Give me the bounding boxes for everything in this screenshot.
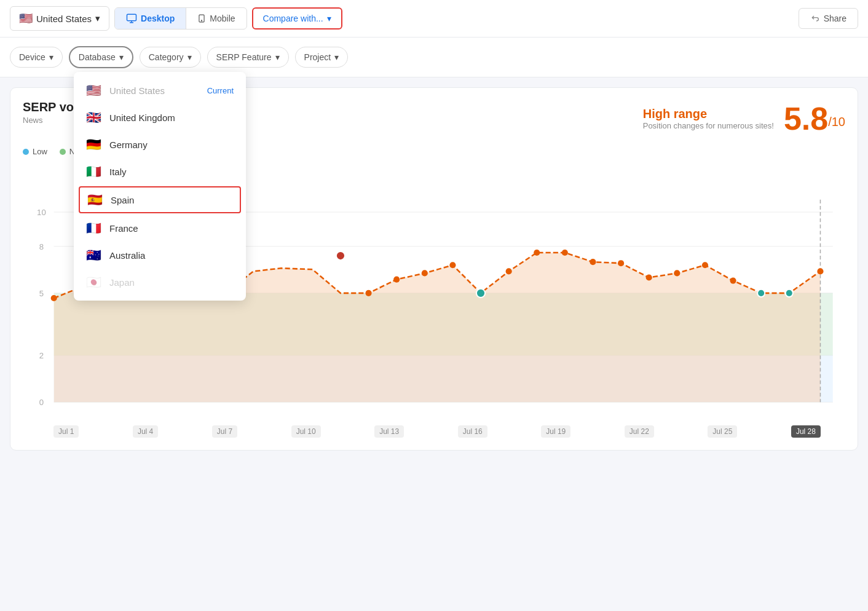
- svg-point-37: [702, 262, 708, 268]
- chart-score-denom: /10: [828, 115, 845, 128]
- svg-rect-0: [127, 14, 136, 21]
- svg-point-44: [757, 290, 765, 297]
- chevron-down-icon: ▾: [49, 52, 53, 62]
- svg-point-25: [366, 290, 372, 296]
- svg-point-18: [51, 295, 57, 301]
- svg-point-26: [393, 276, 400, 282]
- us-flag: 🇺🇸: [86, 83, 102, 98]
- x-label-jul19: Jul 19: [541, 425, 570, 438]
- desktop-icon: [126, 13, 137, 24]
- svg-point-2: [202, 20, 202, 21]
- dropdown-item-jp[interactable]: 🇯🇵 Japan: [74, 269, 246, 296]
- x-label-jul4: Jul 4: [133, 425, 158, 438]
- chevron-down-icon: ▾: [275, 52, 280, 62]
- chevron-down-icon: ▾: [187, 52, 192, 62]
- legend-dot-normal: [60, 149, 66, 155]
- au-country-label: Australia: [109, 250, 145, 261]
- database-filter[interactable]: Database ▾: [69, 46, 133, 68]
- uk-flag: 🇬🇧: [86, 110, 102, 125]
- svg-point-34: [618, 260, 624, 266]
- device-group: Desktop Mobile: [114, 7, 247, 30]
- database-filter-label: Database: [79, 52, 116, 62]
- svg-point-36: [674, 270, 680, 276]
- x-label-jul25: Jul 25: [708, 425, 737, 438]
- mobile-button[interactable]: Mobile: [186, 8, 246, 29]
- share-button[interactable]: Share: [799, 8, 858, 29]
- x-label-jul16: Jul 16: [458, 425, 487, 438]
- x-labels: Jul 1 Jul 4 Jul 7 Jul 10 Jul 13 Jul 16 J…: [23, 420, 845, 438]
- svg-text:10: 10: [37, 208, 46, 217]
- chart-status: High range Position changes for numerous…: [643, 107, 774, 130]
- jp-country-label: Japan: [109, 277, 135, 288]
- svg-point-38: [730, 278, 736, 284]
- top-bar: 🇺🇸 United States ▾ Desktop Mobile Compar…: [0, 0, 868, 37]
- chart-score-display: 5.8/10: [784, 100, 845, 137]
- legend-dot-low: [23, 149, 29, 155]
- mobile-icon: [197, 13, 206, 24]
- x-label-jul7: Jul 7: [212, 425, 237, 438]
- compare-button[interactable]: Compare with... ▾: [252, 7, 342, 30]
- us-country-label: United States: [109, 85, 165, 96]
- uk-country-label: United Kingdom: [109, 112, 175, 123]
- device-filter-label: Device: [19, 52, 45, 62]
- svg-point-33: [590, 259, 596, 265]
- svg-point-30: [506, 268, 512, 274]
- serp-feature-filter-label: SERP Feature: [216, 52, 272, 62]
- filter-bar: Device ▾ Database ▾ Category ▾ SERP Feat…: [0, 37, 868, 77]
- de-country-label: Germany: [109, 140, 148, 150]
- category-filter[interactable]: Category ▾: [140, 47, 201, 68]
- svg-point-27: [422, 270, 428, 276]
- status-desc: Position changes for numerous sites!: [643, 121, 774, 130]
- dropdown-item-au[interactable]: 🇦🇺 Australia: [74, 242, 246, 269]
- fr-country-label: France: [109, 223, 138, 234]
- dropdown-item-fr[interactable]: 🇫🇷 France: [74, 215, 246, 242]
- serp-feature-filter[interactable]: SERP Feature ▾: [207, 47, 289, 68]
- dropdown-item-uk[interactable]: 🇬🇧 United Kingdom: [74, 104, 246, 131]
- es-flag: 🇪🇸: [87, 192, 103, 207]
- dropdown-item-it[interactable]: 🇮🇹 Italy: [74, 158, 246, 185]
- svg-text:5: 5: [39, 289, 44, 298]
- svg-point-45: [786, 290, 793, 297]
- es-country-label: Spain: [111, 195, 134, 205]
- share-icon: [810, 14, 820, 23]
- au-flag: 🇦🇺: [86, 248, 102, 262]
- dropdown-item-us[interactable]: 🇺🇸 United States Current: [74, 77, 246, 104]
- chart-score: 5.8: [784, 101, 828, 136]
- project-filter[interactable]: Project ▾: [295, 47, 349, 68]
- dropdown-item-es[interactable]: 🇪🇸 Spain: [79, 186, 241, 213]
- legend-item-low: Low: [23, 147, 47, 156]
- fr-flag: 🇫🇷: [86, 221, 102, 235]
- svg-point-41: [817, 268, 823, 274]
- status-label: High range: [643, 107, 774, 121]
- compare-label: Compare with...: [263, 14, 323, 23]
- dropdown-item-de[interactable]: 🇩🇪 Germany: [74, 131, 246, 158]
- chart-status-area: High range Position changes for numerous…: [643, 100, 845, 137]
- it-country-label: Italy: [109, 167, 127, 177]
- svg-point-28: [449, 262, 456, 268]
- svg-point-24: [336, 251, 345, 260]
- category-filter-label: Category: [149, 52, 184, 62]
- x-label-jul22: Jul 22: [625, 425, 654, 438]
- country-flag: 🇺🇸: [19, 12, 33, 25]
- svg-text:0: 0: [39, 398, 44, 407]
- device-filter[interactable]: Device ▾: [10, 47, 63, 68]
- jp-flag: 🇯🇵: [86, 275, 102, 290]
- mobile-label: Mobile: [210, 14, 235, 23]
- x-label-jul28: Jul 28: [791, 425, 821, 438]
- svg-point-35: [646, 274, 652, 280]
- chevron-down-icon: ▾: [327, 14, 331, 23]
- svg-point-31: [534, 250, 540, 256]
- svg-point-32: [562, 250, 568, 256]
- svg-text:2: 2: [39, 351, 44, 360]
- country-selector[interactable]: 🇺🇸 United States ▾: [10, 6, 109, 31]
- share-label: Share: [824, 14, 846, 23]
- chevron-down-icon: ▾: [334, 52, 339, 62]
- svg-text:8: 8: [39, 242, 44, 251]
- chevron-down-icon: ▾: [95, 13, 100, 24]
- it-flag: 🇮🇹: [86, 164, 102, 179]
- chevron-down-icon: ▾: [119, 52, 124, 62]
- x-label-jul10: Jul 10: [291, 425, 321, 438]
- desktop-button[interactable]: Desktop: [115, 8, 186, 29]
- svg-point-43: [476, 289, 485, 298]
- database-dropdown: 🇺🇸 United States Current 🇬🇧 United Kingd…: [74, 72, 246, 301]
